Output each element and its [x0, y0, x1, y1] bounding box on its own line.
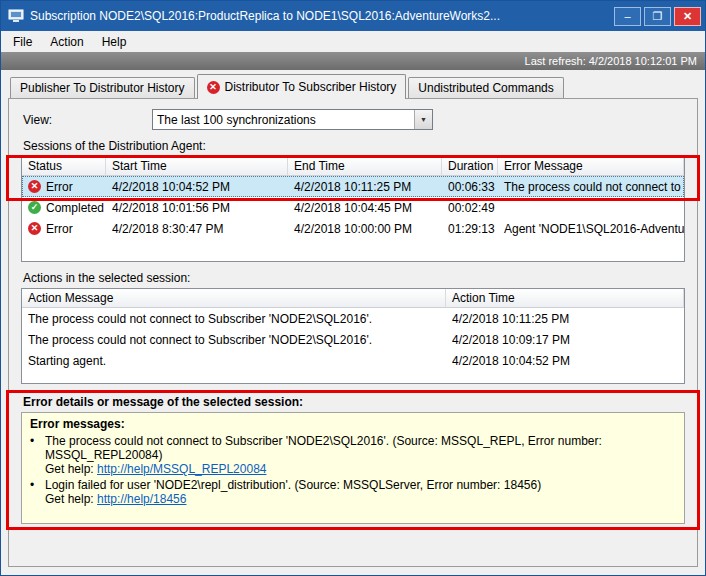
- actions-heading: Actions in the selected session:: [23, 271, 687, 285]
- menu-action[interactable]: Action: [41, 33, 92, 51]
- view-label: View:: [23, 113, 152, 127]
- status-text: Error: [46, 180, 73, 194]
- close-button[interactable]: ✕: [674, 7, 701, 26]
- tab-label: Undistributed Commands: [418, 81, 553, 95]
- close-icon: ✕: [683, 11, 692, 22]
- sessions-heading: Sessions of the Distribution Agent:: [23, 139, 687, 153]
- duration: 01:29:13: [442, 222, 498, 236]
- bullet-icon: [30, 478, 45, 506]
- col-start-time[interactable]: Start Time: [106, 157, 288, 176]
- view-dropdown-value: The last 100 synchronizations: [153, 113, 414, 127]
- end-time: 4/2/2018 10:04:45 PM: [288, 201, 442, 215]
- col-action-message[interactable]: Action Message: [22, 289, 446, 308]
- tab-strip: Publisher To Distributor History ✕ Distr…: [1, 70, 705, 98]
- sessions-table: Status Start Time End Time Duration Erro…: [21, 156, 685, 262]
- actions-table: Action Message Action Time The process c…: [21, 288, 685, 384]
- maximize-icon: ❐: [653, 11, 663, 22]
- window-controls: – ❐ ✕: [614, 7, 701, 26]
- help-link-mssql-repl20084[interactable]: http://help/MSSQL_REPL20084: [97, 462, 266, 476]
- last-refresh-text: Last refresh: 4/2/2018 10:12:01 PM: [525, 55, 697, 67]
- status-text: Completed: [46, 201, 104, 215]
- action-row-0[interactable]: The process could not connect to Subscri…: [22, 308, 684, 329]
- action-row-2[interactable]: Starting agent. 4/2/2018 10:04:52 PM: [22, 350, 684, 371]
- tab-error-icon: ✕: [207, 81, 220, 94]
- sessions-table-header: Status Start Time End Time Duration Erro…: [22, 157, 684, 176]
- action-message: The process could not connect to Subscri…: [22, 333, 446, 347]
- error-message-text: The process could not connect to Subscri…: [45, 434, 676, 462]
- view-row: View: The last 100 synchronizations ▼: [23, 109, 689, 130]
- error-messages-box: Error messages: The process could not co…: [21, 412, 685, 524]
- error-message-item-0: The process could not connect to Subscri…: [30, 434, 676, 476]
- error-message-text: Login failed for user 'NODE2\repl_distri…: [45, 478, 541, 492]
- app-icon: [8, 9, 24, 23]
- success-status-icon: ✓: [28, 201, 41, 214]
- start-time: 4/2/2018 10:04:52 PM: [106, 180, 288, 194]
- col-status[interactable]: Status: [22, 157, 106, 176]
- start-time: 4/2/2018 8:30:47 PM: [106, 222, 288, 236]
- menu-bar: File Action Help: [1, 31, 705, 52]
- title-bar[interactable]: Subscription NODE2\SQL2016:ProductReplic…: [1, 1, 705, 31]
- col-duration[interactable]: Duration: [442, 157, 498, 176]
- error-messages-title: Error messages:: [30, 417, 676, 431]
- end-time: 4/2/2018 10:00:00 PM: [288, 222, 442, 236]
- error-message: Agent 'NODE1\SQL2016-Adventu...: [498, 222, 684, 236]
- start-time: 4/2/2018 10:01:56 PM: [106, 201, 288, 215]
- error-message: The process could not connect to ...: [498, 180, 684, 194]
- minimize-icon: –: [624, 11, 630, 22]
- actions-table-header: Action Message Action Time: [22, 289, 684, 308]
- duration: 00:06:33: [442, 180, 498, 194]
- get-help-label: Get help:: [45, 492, 97, 506]
- action-time: 4/2/2018 10:09:17 PM: [446, 333, 684, 347]
- col-action-time[interactable]: Action Time: [446, 289, 684, 308]
- chevron-down-icon[interactable]: ▼: [414, 110, 432, 129]
- subscription-window: Subscription NODE2\SQL2016:ProductReplic…: [0, 0, 706, 576]
- error-status-icon: ✕: [28, 222, 41, 235]
- col-error-message[interactable]: Error Message: [498, 157, 684, 176]
- error-message-item-1: Login failed for user 'NODE2\repl_distri…: [30, 478, 676, 506]
- window-title: Subscription NODE2\SQL2016:ProductReplic…: [30, 9, 608, 23]
- menu-help[interactable]: Help: [93, 33, 136, 51]
- end-time: 4/2/2018 10:11:25 PM: [288, 180, 442, 194]
- action-message: Starting agent.: [22, 354, 446, 368]
- get-help-label: Get help:: [45, 462, 97, 476]
- menu-file[interactable]: File: [4, 33, 41, 51]
- tab-label: Publisher To Distributor History: [20, 81, 185, 95]
- minimize-button[interactable]: –: [614, 7, 641, 26]
- error-status-icon: ✕: [28, 180, 41, 193]
- duration: 00:02:49: [442, 201, 498, 215]
- action-message: The process could not connect to Subscri…: [22, 312, 446, 326]
- tab-label: Distributor To Subscriber History: [225, 80, 397, 94]
- action-time: 4/2/2018 10:04:52 PM: [446, 354, 684, 368]
- tab-page-distributor-to-subscriber: View: The last 100 synchronizations ▼ Se…: [8, 98, 698, 567]
- error-details-heading: Error details or message of the selected…: [23, 395, 687, 409]
- bullet-icon: [30, 434, 45, 476]
- action-row-1[interactable]: The process could not connect to Subscri…: [22, 329, 684, 350]
- maximize-button[interactable]: ❐: [644, 7, 671, 26]
- session-row-0[interactable]: ✕ Error 4/2/2018 10:04:52 PM 4/2/2018 10…: [22, 176, 684, 197]
- tab-distributor-to-subscriber-history[interactable]: ✕ Distributor To Subscriber History: [197, 74, 407, 99]
- session-row-2[interactable]: ✕ Error 4/2/2018 8:30:47 PM 4/2/2018 10:…: [22, 218, 684, 239]
- status-text: Error: [46, 222, 73, 236]
- action-time: 4/2/2018 10:11:25 PM: [446, 312, 684, 326]
- tab-undistributed-commands[interactable]: Undistributed Commands: [408, 77, 563, 98]
- view-dropdown[interactable]: The last 100 synchronizations ▼: [152, 109, 433, 130]
- tab-publisher-to-distributor-history[interactable]: Publisher To Distributor History: [10, 77, 195, 98]
- help-link-18456[interactable]: http://help/18456: [97, 492, 186, 506]
- session-row-1[interactable]: ✓ Completed 4/2/2018 10:01:56 PM 4/2/201…: [22, 197, 684, 218]
- col-end-time[interactable]: End Time: [288, 157, 442, 176]
- last-refresh-strip: Last refresh: 4/2/2018 10:12:01 PM: [1, 52, 705, 70]
